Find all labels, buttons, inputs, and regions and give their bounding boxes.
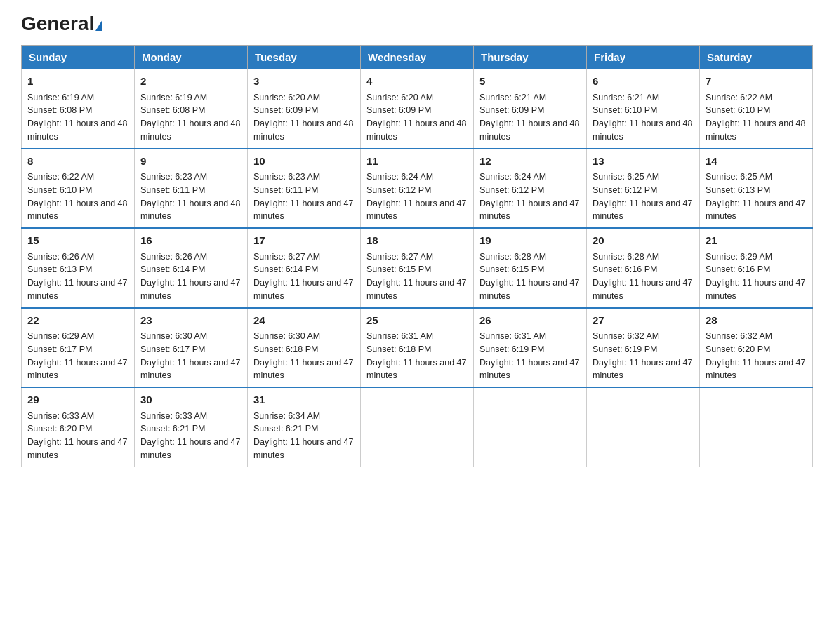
sunrise-text: Sunrise: 6:27 AM <box>366 252 433 262</box>
calendar-day-cell: 12Sunrise: 6:24 AMSunset: 6:12 PMDayligh… <box>474 149 587 229</box>
calendar-day-cell: 25Sunrise: 6:31 AMSunset: 6:18 PMDayligh… <box>361 308 474 388</box>
calendar-day-cell: 18Sunrise: 6:27 AMSunset: 6:15 PMDayligh… <box>361 228 474 308</box>
sunset-text: Sunset: 6:21 PM <box>140 424 205 434</box>
daylight-text: Daylight: 11 hours and 48 minutes <box>253 119 353 142</box>
calendar-table: SundayMondayTuesdayWednesdayThursdayFrid… <box>21 45 813 467</box>
daylight-text: Daylight: 11 hours and 47 minutes <box>593 199 692 222</box>
daylight-text: Daylight: 11 hours and 47 minutes <box>253 358 353 381</box>
daylight-text: Daylight: 11 hours and 48 minutes <box>140 119 240 142</box>
sunrise-text: Sunrise: 6:19 AM <box>140 93 207 102</box>
calendar-day-cell: 15Sunrise: 6:26 AMSunset: 6:13 PMDayligh… <box>22 228 135 308</box>
sunset-text: Sunset: 6:14 PM <box>140 264 205 274</box>
calendar-day-cell: 23Sunrise: 6:30 AMSunset: 6:17 PMDayligh… <box>135 308 248 388</box>
sunset-text: Sunset: 6:08 PM <box>27 105 92 115</box>
calendar-day-cell: 16Sunrise: 6:26 AMSunset: 6:14 PMDayligh… <box>135 228 248 308</box>
calendar-week-row: 22Sunrise: 6:29 AMSunset: 6:17 PMDayligh… <box>22 308 813 388</box>
day-number: 9 <box>140 154 241 170</box>
sunrise-text: Sunrise: 6:26 AM <box>27 252 94 262</box>
sunrise-text: Sunrise: 6:20 AM <box>366 93 433 102</box>
calendar-day-cell: 7Sunrise: 6:22 AMSunset: 6:10 PMDaylight… <box>700 69 813 149</box>
calendar-day-header: Tuesday <box>248 46 361 69</box>
day-number: 11 <box>366 154 468 170</box>
daylight-text: Daylight: 11 hours and 47 minutes <box>253 437 353 460</box>
day-number: 14 <box>706 154 807 170</box>
sunset-text: Sunset: 6:11 PM <box>140 185 205 195</box>
daylight-text: Daylight: 11 hours and 47 minutes <box>27 437 127 460</box>
sunrise-text: Sunrise: 6:28 AM <box>593 252 659 262</box>
sunrise-text: Sunrise: 6:33 AM <box>140 411 207 421</box>
sunrise-text: Sunrise: 6:31 AM <box>479 331 546 341</box>
daylight-text: Daylight: 11 hours and 48 minutes <box>27 119 127 142</box>
sunrise-text: Sunrise: 6:25 AM <box>593 172 659 182</box>
sunset-text: Sunset: 6:10 PM <box>706 105 770 115</box>
calendar-day-cell: 9Sunrise: 6:23 AMSunset: 6:11 PMDaylight… <box>135 149 248 229</box>
sunset-text: Sunset: 6:13 PM <box>706 185 770 195</box>
sunset-text: Sunset: 6:16 PM <box>706 264 770 274</box>
calendar-day-header: Thursday <box>474 46 587 69</box>
sunrise-text: Sunrise: 6:20 AM <box>253 93 320 102</box>
calendar-day-header: Sunday <box>22 46 135 69</box>
sunrise-text: Sunrise: 6:22 AM <box>706 93 772 102</box>
sunset-text: Sunset: 6:15 PM <box>479 264 544 274</box>
day-number: 25 <box>366 313 468 329</box>
day-number: 5 <box>479 74 581 90</box>
daylight-text: Daylight: 11 hours and 48 minutes <box>27 199 127 222</box>
calendar-day-cell: 20Sunrise: 6:28 AMSunset: 6:16 PMDayligh… <box>587 228 700 308</box>
sunset-text: Sunset: 6:14 PM <box>253 264 318 274</box>
sunset-text: Sunset: 6:09 PM <box>479 105 544 115</box>
daylight-text: Daylight: 11 hours and 47 minutes <box>706 199 805 222</box>
sunset-text: Sunset: 6:12 PM <box>366 185 431 195</box>
sunset-text: Sunset: 6:09 PM <box>366 105 431 115</box>
calendar-day-header: Friday <box>587 46 700 69</box>
sunrise-text: Sunrise: 6:31 AM <box>366 331 433 341</box>
sunset-text: Sunset: 6:18 PM <box>253 344 318 354</box>
calendar-day-cell: 6Sunrise: 6:21 AMSunset: 6:10 PMDaylight… <box>587 69 700 149</box>
sunrise-text: Sunrise: 6:25 AM <box>706 172 772 182</box>
daylight-text: Daylight: 11 hours and 47 minutes <box>140 358 240 381</box>
sunset-text: Sunset: 6:10 PM <box>593 105 657 115</box>
daylight-text: Daylight: 11 hours and 47 minutes <box>366 278 466 301</box>
day-number: 26 <box>479 313 581 329</box>
day-number: 24 <box>253 313 355 329</box>
sunset-text: Sunset: 6:11 PM <box>253 185 318 195</box>
day-number: 13 <box>593 154 694 170</box>
daylight-text: Daylight: 11 hours and 47 minutes <box>479 199 579 222</box>
daylight-text: Daylight: 11 hours and 47 minutes <box>366 199 466 222</box>
day-number: 28 <box>706 313 807 329</box>
calendar-week-row: 29Sunrise: 6:33 AMSunset: 6:20 PMDayligh… <box>22 387 813 467</box>
calendar-day-cell: 4Sunrise: 6:20 AMSunset: 6:09 PMDaylight… <box>361 69 474 149</box>
calendar-day-cell: 10Sunrise: 6:23 AMSunset: 6:11 PMDayligh… <box>248 149 361 229</box>
sunset-text: Sunset: 6:10 PM <box>27 185 92 195</box>
calendar-day-cell <box>587 387 700 467</box>
daylight-text: Daylight: 11 hours and 48 minutes <box>366 119 466 142</box>
day-number: 19 <box>479 233 581 249</box>
sunset-text: Sunset: 6:12 PM <box>593 185 657 195</box>
sunset-text: Sunset: 6:19 PM <box>479 344 544 354</box>
calendar-day-cell: 28Sunrise: 6:32 AMSunset: 6:20 PMDayligh… <box>700 308 813 388</box>
calendar-week-row: 15Sunrise: 6:26 AMSunset: 6:13 PMDayligh… <box>22 228 813 308</box>
calendar-day-cell <box>700 387 813 467</box>
sunrise-text: Sunrise: 6:29 AM <box>27 331 94 341</box>
daylight-text: Daylight: 11 hours and 47 minutes <box>253 199 353 222</box>
day-number: 18 <box>366 233 468 249</box>
sunset-text: Sunset: 6:19 PM <box>593 344 657 354</box>
daylight-text: Daylight: 11 hours and 47 minutes <box>27 278 127 301</box>
calendar-day-cell: 17Sunrise: 6:27 AMSunset: 6:14 PMDayligh… <box>248 228 361 308</box>
sunrise-text: Sunrise: 6:30 AM <box>253 331 320 341</box>
sunrise-text: Sunrise: 6:22 AM <box>27 172 94 182</box>
sunset-text: Sunset: 6:20 PM <box>27 424 92 434</box>
day-number: 21 <box>706 233 807 249</box>
daylight-text: Daylight: 11 hours and 47 minutes <box>140 437 240 460</box>
sunrise-text: Sunrise: 6:24 AM <box>366 172 433 182</box>
calendar-day-cell: 27Sunrise: 6:32 AMSunset: 6:19 PMDayligh… <box>587 308 700 388</box>
sunset-text: Sunset: 6:15 PM <box>366 264 431 274</box>
daylight-text: Daylight: 11 hours and 47 minutes <box>253 278 353 301</box>
sunrise-text: Sunrise: 6:28 AM <box>479 252 546 262</box>
day-number: 1 <box>27 74 128 90</box>
sunset-text: Sunset: 6:17 PM <box>27 344 92 354</box>
day-number: 20 <box>593 233 694 249</box>
calendar-day-cell: 1Sunrise: 6:19 AMSunset: 6:08 PMDaylight… <box>22 69 135 149</box>
calendar-day-cell: 30Sunrise: 6:33 AMSunset: 6:21 PMDayligh… <box>135 387 248 467</box>
day-number: 22 <box>27 313 128 329</box>
calendar-day-cell: 13Sunrise: 6:25 AMSunset: 6:12 PMDayligh… <box>587 149 700 229</box>
